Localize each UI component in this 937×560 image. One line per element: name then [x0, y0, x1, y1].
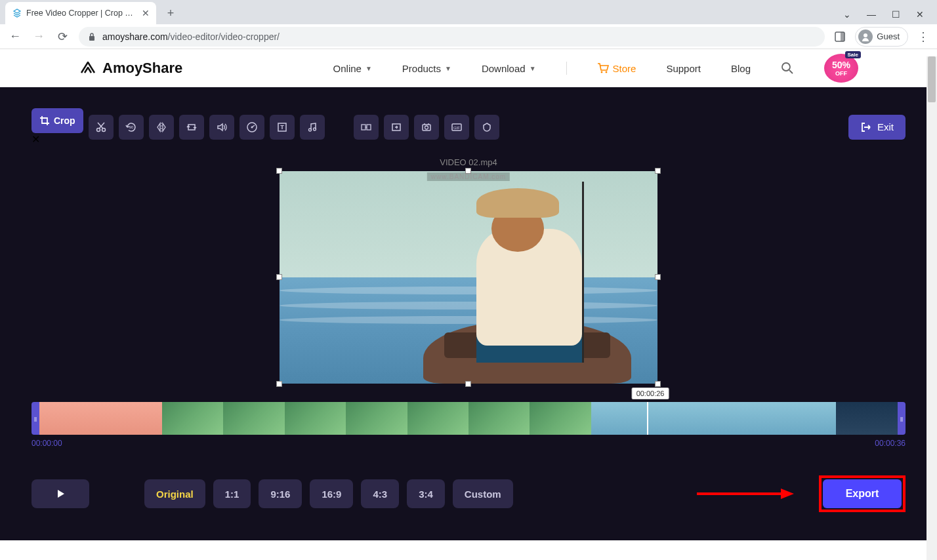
sale-badge[interactable]: Sale 50% OFF: [824, 54, 858, 83]
svg-text:GIF: GIF: [453, 126, 460, 130]
nav-reload-icon[interactable]: ⟳: [55, 30, 70, 44]
search-icon[interactable]: [781, 62, 794, 75]
flip-tool-button[interactable]: [149, 115, 174, 140]
nav-store[interactable]: Store: [597, 63, 636, 74]
gif-tool-button[interactable]: GIF: [444, 115, 469, 140]
timeline-playhead[interactable]: [647, 402, 648, 435]
annotation-arrow-icon: [697, 486, 795, 502]
window-minimize-icon[interactable]: ―: [867, 9, 876, 20]
nav-forward-icon: →: [31, 30, 46, 43]
sale-tag: Sale: [845, 51, 861, 58]
window-controls: ⌄ ― ☐ ✕: [830, 0, 937, 29]
svg-point-22: [425, 126, 428, 129]
nav-online[interactable]: Online▼: [333, 63, 372, 74]
ratio-custom-button[interactable]: Custom: [453, 479, 513, 508]
nav-download[interactable]: Download▼: [482, 63, 536, 74]
profile-label: Guest: [877, 31, 900, 41]
crop-tool-button[interactable]: Crop: [31, 108, 83, 133]
window-maximize-icon[interactable]: ☐: [892, 9, 900, 20]
ratio-original-button[interactable]: Original: [144, 479, 205, 508]
cut-tool-button[interactable]: [89, 115, 114, 140]
site-nav: Online▼ Products▼ Download▼ Store Suppor…: [333, 54, 858, 83]
resize-tool-button[interactable]: [384, 115, 409, 140]
video-preview[interactable]: www.BANDICAM.com: [280, 171, 657, 384]
browser-tab[interactable]: Free Video Cropper | Crop MP4 C ✕: [5, 2, 156, 24]
watermark-tool-button[interactable]: [474, 115, 499, 140]
window-dropdown-icon[interactable]: ⌄: [843, 9, 851, 20]
svg-rect-0: [89, 36, 94, 41]
nav-divider: [566, 62, 567, 75]
scrollbar-thumb[interactable]: [928, 56, 936, 102]
chevron-down-icon: ▼: [445, 65, 451, 72]
svg-point-3: [864, 33, 867, 37]
tab-title: Free Video Cropper | Crop MP4 C: [26, 9, 138, 18]
ratio-4-3-button[interactable]: 4:3: [361, 479, 399, 508]
crop-handle-bl[interactable]: [276, 381, 282, 387]
timeline-handle-right[interactable]: ||: [898, 402, 906, 435]
site-logo[interactable]: AmoyShare: [79, 60, 182, 77]
ratio-16-9-button[interactable]: 16:9: [310, 479, 353, 508]
profile-button[interactable]: Guest: [855, 27, 908, 47]
kebab-menu-icon[interactable]: ⋮: [917, 30, 929, 44]
crop-handle-ml[interactable]: [276, 274, 282, 280]
video-editor: Crop ✕ 90 T GIF Exit VIDEO 02.mp4: [0, 87, 937, 540]
volume-tool-button[interactable]: [209, 115, 234, 140]
lock-icon: [88, 32, 96, 41]
crop-handle-tl[interactable]: [276, 168, 282, 174]
nav-products[interactable]: Products▼: [402, 63, 451, 74]
play-button[interactable]: [31, 479, 89, 508]
preview-area: VIDEO 02.mp4 www.BANDICAM.com: [31, 157, 906, 384]
bottom-controls: Original 1:1 9:16 16:9 4:3 3:4 Custom Ex…: [31, 475, 906, 512]
rotate-tool-button[interactable]: 90: [119, 115, 144, 140]
crop-handle-tm[interactable]: [465, 168, 471, 174]
preview-frame: www.BANDICAM.com: [280, 171, 657, 384]
reader-mode-icon[interactable]: [834, 31, 846, 43]
export-highlight: Export: [819, 475, 906, 512]
svg-text:T: T: [280, 124, 284, 130]
playhead-time-label: 00:00:26: [632, 388, 669, 399]
ratio-1-1-button[interactable]: 1:1: [213, 479, 251, 508]
svg-point-16: [308, 129, 311, 131]
merge-tool-button[interactable]: [354, 115, 379, 140]
timeline[interactable]: || ||: [31, 402, 906, 435]
avatar-icon: [858, 30, 873, 44]
timeline-handle-left[interactable]: ||: [31, 402, 39, 435]
address-bar: ← → ⟳ amoyshare.com/video-editor/video-c…: [0, 24, 937, 49]
svg-rect-19: [367, 125, 371, 130]
svg-point-5: [605, 71, 607, 73]
text-tool-button[interactable]: T: [270, 115, 295, 140]
svg-point-17: [313, 128, 316, 130]
nav-blog[interactable]: Blog: [731, 63, 751, 74]
tab-favicon-icon: [12, 8, 22, 18]
window-close-icon[interactable]: ✕: [916, 9, 924, 20]
svg-line-7: [789, 70, 793, 73]
crop-handle-tr[interactable]: [655, 168, 661, 174]
timeline-track[interactable]: [39, 402, 898, 435]
music-tool-button[interactable]: [300, 115, 325, 140]
export-button[interactable]: Export: [823, 479, 902, 508]
timeline-area: 00:00:26 || || 00:: [31, 402, 906, 448]
filter-tool-button[interactable]: [414, 115, 439, 140]
chevron-down-icon: ▼: [530, 65, 536, 72]
svg-rect-18: [362, 125, 365, 130]
ratio-3-4-button[interactable]: 3:4: [407, 479, 445, 508]
new-tab-button[interactable]: +: [161, 4, 180, 22]
svg-point-13: [251, 126, 253, 128]
crop-handle-br[interactable]: [655, 381, 661, 387]
url-domain: amoyshare.com/video-editor/video-cropper…: [102, 31, 280, 42]
vertical-scrollbar[interactable]: [927, 56, 937, 560]
exit-button[interactable]: Exit: [848, 115, 906, 140]
logo-text: AmoyShare: [102, 60, 182, 77]
url-input[interactable]: amoyshare.com/video-editor/video-cropper…: [79, 27, 825, 47]
svg-text:90: 90: [129, 125, 133, 129]
svg-point-6: [782, 63, 790, 71]
nav-back-icon[interactable]: ←: [8, 30, 22, 43]
nav-support[interactable]: Support: [666, 63, 701, 74]
tab-close-icon[interactable]: ✕: [142, 8, 150, 18]
loop-tool-button[interactable]: [179, 115, 204, 140]
ratio-9-16-button[interactable]: 9:16: [259, 479, 302, 508]
crop-handle-mr[interactable]: [655, 274, 661, 280]
speed-tool-button[interactable]: [239, 115, 264, 140]
crop-handle-bm[interactable]: [465, 381, 471, 387]
crop-close-icon[interactable]: ✕: [31, 134, 40, 145]
